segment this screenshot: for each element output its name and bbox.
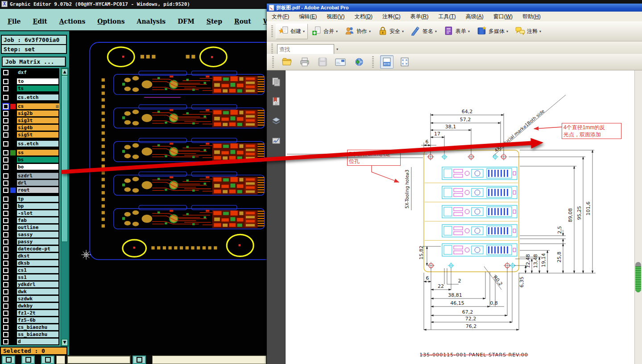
layer-row-rout[interactable]: rout (1, 187, 59, 193)
layer-row-dksb[interactable]: dksb (1, 260, 59, 266)
layer-name[interactable]: dxf (17, 69, 59, 76)
layer-color-swatch[interactable] (10, 111, 16, 116)
chevron-down-icon[interactable]: ▾ (539, 29, 541, 33)
layer-checkbox[interactable] (3, 311, 8, 316)
layer-color-swatch[interactable] (10, 79, 16, 84)
layer-row-ss[interactable]: ss (1, 149, 59, 156)
layer-checkbox[interactable] (3, 261, 8, 266)
signatures-panel-icon[interactable] (271, 135, 282, 146)
layer-checkbox[interactable] (3, 111, 8, 116)
layer-color-swatch[interactable] (10, 204, 16, 209)
layer-checkbox[interactable] (3, 79, 8, 84)
upload-button[interactable] (352, 55, 365, 69)
open-button[interactable] (280, 55, 294, 69)
layer-checkbox[interactable] (3, 339, 8, 344)
acrobat-menu-item[interactable]: 文档(D) (349, 12, 377, 22)
layers-panel-icon[interactable] (271, 116, 282, 127)
layer-name[interactable]: ss.etch (17, 140, 59, 147)
chevron-down-icon[interactable]: ▾ (303, 29, 305, 33)
layer-name[interactable]: dkst (17, 253, 59, 259)
layer-color-swatch[interactable] (10, 118, 16, 123)
layer-color-swatch[interactable] (10, 339, 16, 344)
fit-width-button[interactable] (380, 55, 393, 69)
layer-name[interactable]: sig3t (17, 117, 59, 124)
layer-row-ts[interactable]: ts (1, 85, 59, 92)
print-button[interactable] (298, 55, 311, 69)
layer-color-swatch[interactable] (10, 246, 16, 252)
layer-name[interactable]: szdwk (17, 295, 59, 302)
layer-name[interactable]: sassy (17, 231, 59, 238)
layer-row-sassy[interactable]: sassy (1, 231, 59, 238)
layer-color-swatch[interactable] (10, 141, 16, 147)
bottom-toggle-3[interactable] (41, 356, 54, 364)
layer-name[interactable]: rout (17, 187, 59, 193)
layer-checkbox[interactable] (3, 275, 8, 280)
layer-name[interactable]: -slot (17, 210, 59, 217)
layer-color-swatch[interactable] (10, 196, 16, 202)
layer-name[interactable]: ss1 (17, 274, 59, 281)
layer-checkbox[interactable] (3, 225, 8, 230)
layer-checkbox[interactable] (3, 95, 8, 100)
layer-checkbox[interactable] (3, 282, 8, 287)
acrobat-menu-item[interactable]: 工具(T) (433, 12, 460, 22)
layer-color-swatch[interactable] (10, 282, 16, 287)
bookmarks-panel-icon[interactable] (271, 96, 282, 107)
pdf-document-area[interactable]: 64,2 57,2 38,1 17 6 101,6 95,25 89,08 2,… (286, 70, 634, 364)
layer-name[interactable]: cs1 (17, 267, 59, 274)
layer-row-datecode-pt[interactable]: datecode-pt (1, 245, 59, 252)
layer-row-cs.etch[interactable]: cs.etch (1, 94, 59, 101)
layer-row-outline[interactable]: outline (1, 224, 59, 231)
layer-name[interactable]: fab (17, 217, 59, 224)
layer-checkbox[interactable] (3, 204, 8, 209)
layer-checkbox[interactable] (3, 70, 8, 75)
layer-name[interactable]: d (17, 338, 59, 345)
layer-name[interactable]: bs (17, 156, 59, 163)
bottom-toggle-1[interactable] (2, 356, 15, 364)
layer-row--slot[interactable]: -slot (1, 210, 59, 217)
layer-color-swatch[interactable] (10, 188, 16, 193)
layer-color-swatch[interactable] (10, 254, 16, 259)
scroll-down-icon[interactable]: ▼ (62, 339, 68, 346)
layer-color-swatch[interactable] (10, 289, 16, 294)
ge-menu-analysis[interactable]: Analysis (137, 18, 166, 25)
find-dropdown-icon[interactable]: ▾ (336, 47, 338, 51)
layer-color-swatch[interactable] (10, 164, 16, 170)
layer-checkbox[interactable] (3, 118, 8, 123)
layer-checkbox[interactable] (3, 164, 8, 170)
layer-name[interactable]: fz5-6b (17, 317, 59, 323)
layer-checkbox[interactable] (3, 246, 8, 252)
layer-name[interactable]: dksb (17, 260, 59, 266)
scrollbar-thumb[interactable] (62, 75, 68, 242)
layer-color-swatch[interactable] (10, 95, 16, 100)
layer-color-swatch[interactable] (10, 225, 16, 230)
layer-checkbox[interactable] (3, 104, 8, 109)
layer-checkbox[interactable] (3, 132, 8, 138)
layer-row-szdwk[interactable]: szdwk (1, 295, 59, 302)
layer-color-swatch[interactable] (10, 150, 16, 155)
layer-name[interactable]: sig4b (17, 124, 59, 131)
layer-name[interactable]: to (17, 78, 59, 85)
acrobat-menu-item[interactable]: 窗口(W) (489, 12, 518, 22)
acrobat-menu-item[interactable]: 帮助(H) (518, 12, 546, 22)
layer-row-ss.etch[interactable]: ss.etch (1, 140, 59, 147)
layer-color-swatch[interactable] (10, 218, 16, 223)
layer-name[interactable]: fz1-2t (17, 310, 59, 316)
layer-name[interactable]: cs_biaozhu (17, 324, 59, 331)
save-button[interactable] (316, 55, 329, 69)
layer-checkbox[interactable] (3, 218, 8, 223)
layer-row-ydkdrl[interactable]: ydkdrl (1, 281, 59, 288)
bottom-toggle-4[interactable] (133, 356, 146, 364)
layer-row-passy[interactable]: passy (1, 238, 59, 245)
layer-name[interactable]: dwk (17, 288, 59, 295)
layer-name[interactable]: szdrl (17, 172, 59, 179)
acrobat-menu-item[interactable]: 高级(A) (461, 12, 489, 22)
layer-row-to[interactable]: to (1, 78, 59, 85)
layer-row-sig5t[interactable]: sig5t (1, 131, 59, 138)
layer-checkbox[interactable] (3, 332, 8, 337)
多媒体-button[interactable]: 多媒体▾ (474, 24, 511, 39)
layer-name[interactable]: dwkby (17, 303, 59, 309)
layer-row-dkst[interactable]: dkst (1, 253, 59, 259)
layer-checkbox[interactable] (3, 125, 8, 131)
layer-color-swatch[interactable] (10, 268, 16, 273)
layer-row-ss1[interactable]: ss1 (1, 274, 59, 281)
